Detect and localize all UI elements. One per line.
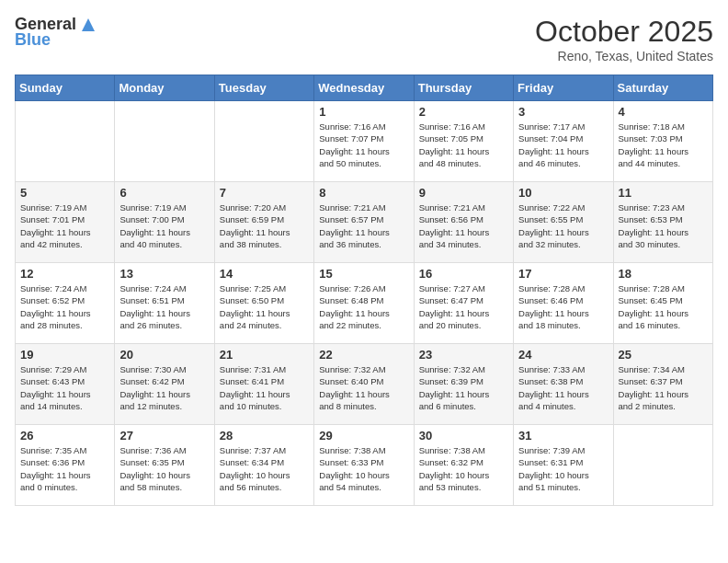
day-info: Sunrise: 7:21 AM Sunset: 6:57 PM Dayligh…: [319, 201, 408, 250]
calendar-day-cell: 29Sunrise: 7:38 AM Sunset: 6:33 PM Dayli…: [314, 425, 414, 506]
day-number: 21: [220, 348, 309, 362]
day-number: 10: [518, 186, 608, 200]
calendar-day-cell: 2Sunrise: 7:16 AM Sunset: 7:05 PM Daylig…: [414, 101, 513, 182]
day-number: 27: [119, 429, 209, 442]
day-info: Sunrise: 7:36 AM Sunset: 6:35 PM Dayligh…: [119, 444, 209, 493]
calendar-day-cell: [16, 101, 115, 182]
day-info: Sunrise: 7:28 AM Sunset: 6:45 PM Dayligh…: [619, 282, 708, 331]
calendar-day-cell: 20Sunrise: 7:30 AM Sunset: 6:42 PM Dayli…: [115, 344, 214, 425]
day-number: 28: [220, 429, 309, 442]
day-number: 25: [619, 348, 708, 362]
day-info: Sunrise: 7:16 AM Sunset: 7:07 PM Dayligh…: [319, 121, 408, 169]
calendar-day-cell: 17Sunrise: 7:28 AM Sunset: 6:46 PM Dayli…: [514, 263, 613, 344]
logo-icon: [78, 15, 98, 35]
calendar-day-cell: 23Sunrise: 7:32 AM Sunset: 6:39 PM Dayli…: [414, 344, 513, 425]
calendar-day-cell: 31Sunrise: 7:39 AM Sunset: 6:31 PM Dayli…: [514, 425, 613, 506]
calendar-day-cell: [115, 101, 214, 182]
day-info: Sunrise: 7:16 AM Sunset: 7:05 PM Dayligh…: [419, 121, 508, 169]
day-number: 11: [619, 186, 708, 200]
calendar-day-cell: 24Sunrise: 7:33 AM Sunset: 6:38 PM Dayli…: [514, 344, 613, 425]
calendar-week-row: 19Sunrise: 7:29 AM Sunset: 6:43 PM Dayli…: [16, 344, 713, 425]
day-info: Sunrise: 7:27 AM Sunset: 6:47 PM Dayligh…: [419, 282, 508, 331]
day-number: 23: [419, 348, 508, 362]
day-info: Sunrise: 7:33 AM Sunset: 6:38 PM Dayligh…: [518, 363, 608, 412]
month-title: October 2025: [535, 15, 713, 49]
calendar-day-cell: 8Sunrise: 7:21 AM Sunset: 6:57 PM Daylig…: [314, 182, 414, 263]
day-number: 30: [419, 429, 508, 442]
calendar-day-cell: 10Sunrise: 7:22 AM Sunset: 6:55 PM Dayli…: [514, 182, 613, 263]
title-block: October 2025 Reno, Texas, United States: [535, 15, 713, 63]
calendar-day-cell: 16Sunrise: 7:27 AM Sunset: 6:47 PM Dayli…: [414, 263, 513, 344]
day-info: Sunrise: 7:32 AM Sunset: 6:39 PM Dayligh…: [419, 363, 508, 412]
day-info: Sunrise: 7:25 AM Sunset: 6:50 PM Dayligh…: [220, 282, 309, 331]
day-number: 8: [319, 186, 408, 200]
day-number: 1: [319, 105, 408, 119]
day-info: Sunrise: 7:35 AM Sunset: 6:36 PM Dayligh…: [20, 444, 109, 493]
calendar-week-row: 26Sunrise: 7:35 AM Sunset: 6:36 PM Dayli…: [16, 425, 713, 506]
calendar-day-cell: 13Sunrise: 7:24 AM Sunset: 6:51 PM Dayli…: [115, 263, 214, 344]
day-info: Sunrise: 7:38 AM Sunset: 6:33 PM Dayligh…: [319, 444, 408, 493]
calendar-day-cell: 21Sunrise: 7:31 AM Sunset: 6:41 PM Dayli…: [214, 344, 313, 425]
day-number: 12: [20, 267, 109, 281]
day-number: 4: [619, 105, 708, 119]
calendar-day-cell: 25Sunrise: 7:34 AM Sunset: 6:37 PM Dayli…: [613, 344, 712, 425]
calendar-day-cell: 30Sunrise: 7:38 AM Sunset: 6:32 PM Dayli…: [414, 425, 513, 506]
calendar-day-cell: 14Sunrise: 7:25 AM Sunset: 6:50 PM Dayli…: [214, 263, 313, 344]
day-number: 6: [119, 186, 209, 200]
day-info: Sunrise: 7:17 AM Sunset: 7:04 PM Dayligh…: [518, 121, 608, 169]
day-info: Sunrise: 7:22 AM Sunset: 6:55 PM Dayligh…: [518, 201, 608, 250]
day-number: 5: [20, 186, 109, 200]
calendar-day-cell: 11Sunrise: 7:23 AM Sunset: 6:53 PM Dayli…: [613, 182, 712, 263]
day-info: Sunrise: 7:21 AM Sunset: 6:56 PM Dayligh…: [419, 201, 508, 250]
day-info: Sunrise: 7:37 AM Sunset: 6:34 PM Dayligh…: [220, 444, 309, 493]
day-number: 7: [220, 186, 309, 200]
day-info: Sunrise: 7:18 AM Sunset: 7:03 PM Dayligh…: [619, 121, 708, 169]
calendar-day-cell: 4Sunrise: 7:18 AM Sunset: 7:03 PM Daylig…: [613, 101, 712, 182]
calendar-day-cell: 22Sunrise: 7:32 AM Sunset: 6:40 PM Dayli…: [314, 344, 414, 425]
day-number: 9: [419, 186, 508, 200]
calendar-day-cell: 27Sunrise: 7:36 AM Sunset: 6:35 PM Dayli…: [115, 425, 214, 506]
day-info: Sunrise: 7:28 AM Sunset: 6:46 PM Dayligh…: [518, 282, 608, 331]
logo: General Blue: [15, 15, 98, 50]
day-info: Sunrise: 7:19 AM Sunset: 7:00 PM Dayligh…: [119, 201, 209, 250]
day-number: 26: [20, 429, 109, 442]
weekday-header: Saturday: [613, 75, 712, 101]
day-info: Sunrise: 7:23 AM Sunset: 6:53 PM Dayligh…: [619, 201, 708, 250]
day-info: Sunrise: 7:24 AM Sunset: 6:52 PM Dayligh…: [20, 282, 109, 331]
day-info: Sunrise: 7:32 AM Sunset: 6:40 PM Dayligh…: [319, 363, 408, 412]
page-header: General Blue October 2025 Reno, Texas, U…: [15, 15, 713, 63]
day-number: 2: [419, 105, 508, 119]
weekday-header: Tuesday: [214, 75, 313, 101]
day-number: 13: [119, 267, 209, 281]
day-number: 15: [319, 267, 408, 281]
calendar-day-cell: [214, 101, 313, 182]
calendar-day-cell: 9Sunrise: 7:21 AM Sunset: 6:56 PM Daylig…: [414, 182, 513, 263]
logo-blue: Blue: [15, 31, 51, 50]
calendar-day-cell: 1Sunrise: 7:16 AM Sunset: 7:07 PM Daylig…: [314, 101, 414, 182]
calendar-day-cell: 26Sunrise: 7:35 AM Sunset: 6:36 PM Dayli…: [16, 425, 115, 506]
day-info: Sunrise: 7:31 AM Sunset: 6:41 PM Dayligh…: [220, 363, 309, 412]
day-info: Sunrise: 7:30 AM Sunset: 6:42 PM Dayligh…: [119, 363, 209, 412]
day-number: 14: [220, 267, 309, 281]
calendar-day-cell: 28Sunrise: 7:37 AM Sunset: 6:34 PM Dayli…: [214, 425, 313, 506]
weekday-header: Thursday: [414, 75, 513, 101]
day-number: 31: [518, 429, 608, 442]
calendar-day-cell: 18Sunrise: 7:28 AM Sunset: 6:45 PM Dayli…: [613, 263, 712, 344]
day-number: 29: [319, 429, 408, 442]
day-number: 20: [119, 348, 209, 362]
day-number: 3: [518, 105, 608, 119]
day-info: Sunrise: 7:26 AM Sunset: 6:48 PM Dayligh…: [319, 282, 408, 331]
day-number: 24: [518, 348, 608, 362]
day-info: Sunrise: 7:24 AM Sunset: 6:51 PM Dayligh…: [119, 282, 209, 331]
calendar-day-cell: 12Sunrise: 7:24 AM Sunset: 6:52 PM Dayli…: [16, 263, 115, 344]
calendar-day-cell: 5Sunrise: 7:19 AM Sunset: 7:01 PM Daylig…: [16, 182, 115, 263]
day-number: 17: [518, 267, 608, 281]
day-number: 18: [619, 267, 708, 281]
calendar-table: SundayMondayTuesdayWednesdayThursdayFrid…: [15, 75, 713, 506]
calendar-day-cell: 3Sunrise: 7:17 AM Sunset: 7:04 PM Daylig…: [514, 101, 613, 182]
day-info: Sunrise: 7:19 AM Sunset: 7:01 PM Dayligh…: [20, 201, 109, 250]
svg-marker-0: [82, 18, 95, 31]
calendar-week-row: 12Sunrise: 7:24 AM Sunset: 6:52 PM Dayli…: [16, 263, 713, 344]
day-info: Sunrise: 7:38 AM Sunset: 6:32 PM Dayligh…: [419, 444, 508, 493]
location-title: Reno, Texas, United States: [535, 49, 713, 63]
